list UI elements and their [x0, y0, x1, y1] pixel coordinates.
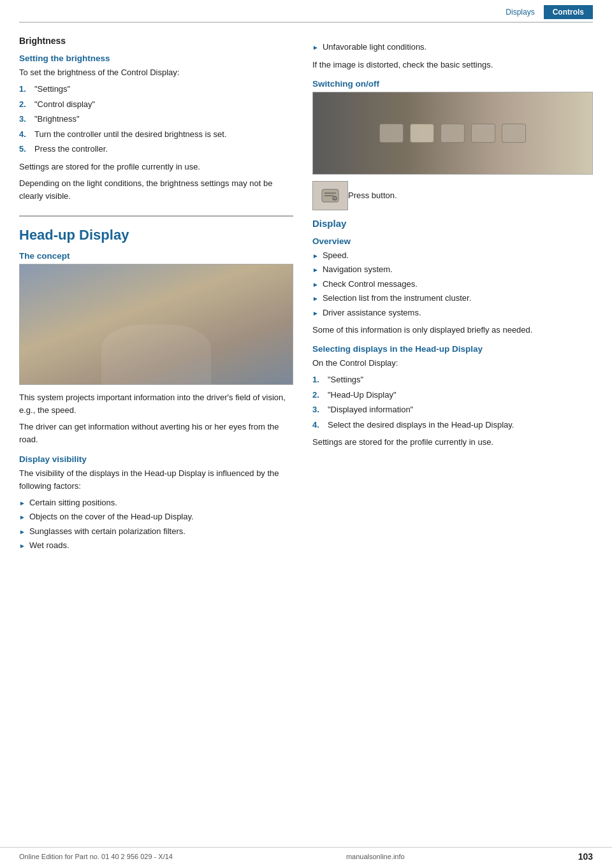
dashboard-image-inner — [313, 92, 592, 174]
brightness-step-2: 2. "Control display" — [19, 98, 293, 111]
dash-btn-4 — [471, 124, 495, 143]
concept-subtitle: The concept — [19, 251, 293, 261]
selecting-step-4: 4. Select the desired displays in the He… — [312, 419, 593, 431]
setting-brightness-intro: To set the brightness of the Control Dis… — [19, 66, 293, 79]
dash-btn-1 — [379, 124, 404, 143]
visibility-factor-text-3: Sunglasses with certain polarization fil… — [29, 525, 186, 538]
step-num-4: 4. — [19, 128, 31, 141]
sel-step-text-1: "Settings" — [328, 373, 593, 386]
visibility-factor-4: ► Wet roads. — [19, 539, 293, 552]
overview-note: Some of this information is only display… — [312, 324, 593, 336]
dash-btn-2 — [410, 124, 434, 143]
visibility-factor-1: ► Certain sitting positions. — [19, 496, 293, 509]
right-column: ► Unfavorable light conditions. If the i… — [312, 36, 593, 557]
hud-car-image — [19, 264, 293, 385]
sel-step-text-3: "Displayed information" — [328, 403, 593, 416]
sel-step-text-2: "Head-Up Display" — [328, 389, 593, 401]
setting-brightness-subtitle: Setting the brightness — [19, 54, 293, 63]
step-text-5: Press the controller. — [34, 143, 293, 156]
step-num-1: 1. — [19, 83, 31, 96]
concept-p1: This system projects important informati… — [19, 391, 293, 417]
hud-image-inner — [20, 264, 293, 384]
overview-list: ► Speed. ► Navigation system. ► Check Co… — [312, 249, 593, 319]
dash-btn-3 — [441, 124, 465, 143]
triangle-icon-4: ► — [19, 541, 26, 551]
overview-item-4: ► Selection list from the instrument clu… — [312, 292, 593, 305]
overview-text-3: Check Control messages. — [323, 278, 418, 291]
step-text-3: "Brightness" — [34, 113, 293, 126]
press-button-row: Press button. — [312, 181, 593, 210]
sel-step-num-2: 2. — [312, 389, 324, 401]
brightness-note: Depending on the light conditions, the b… — [19, 177, 293, 203]
sel-step-num-4: 4. — [312, 419, 324, 431]
headup-title: Head-up Display — [19, 215, 293, 243]
brightness-steps: 1. "Settings" 2. "Control display" 3. "B… — [19, 83, 293, 156]
visibility-factor-text-1: Certain sitting positions. — [29, 496, 117, 509]
display-visibility-subtitle: Display visibility — [19, 454, 293, 464]
overview-item-3: ► Check Control messages. — [312, 278, 593, 291]
brightness-step-4: 4. Turn the controller until the desired… — [19, 128, 293, 141]
sel-step-text-4: Select the desired displays in the Head-… — [328, 419, 593, 431]
sel-step-num-3: 3. — [312, 403, 324, 416]
unfavorable-item: ► Unfavorable light conditions. — [312, 41, 593, 54]
dashboard-image — [312, 92, 593, 175]
visibility-factors-list: ► Certain sitting positions. ► Objects o… — [19, 496, 293, 552]
brightness-step-1: 1. "Settings" — [19, 83, 293, 96]
step-num-3: 3. — [19, 113, 31, 126]
tab-controls[interactable]: Controls — [544, 5, 593, 19]
triangle-icon-1: ► — [19, 498, 26, 508]
dash-btn-5 — [502, 124, 526, 143]
settings-stored-note: Settings are stored for the profile curr… — [19, 161, 293, 173]
overview-text-5: Driver assistance systems. — [323, 307, 421, 319]
triangle-icon-ov4: ► — [312, 294, 319, 303]
triangle-icon-3: ► — [19, 527, 26, 537]
display-subtitle: Display — [312, 218, 593, 229]
selecting-step-3: 3. "Displayed information" — [312, 403, 593, 416]
triangle-icon-ov5: ► — [312, 308, 319, 318]
overview-item-1: ► Speed. — [312, 249, 593, 262]
visibility-factor-2: ► Objects on the cover of the Head-up Di… — [19, 510, 293, 523]
sel-step-num-1: 1. — [312, 373, 324, 386]
press-button-label: Press button. — [348, 191, 397, 200]
selecting-note: Settings are stored for the profile curr… — [312, 436, 593, 449]
switching-onoff-subtitle: Switching on/off — [312, 79, 593, 89]
overview-subtitle: Overview — [312, 236, 593, 246]
overview-text-4: Selection list from the instrument clust… — [323, 292, 471, 305]
footer-page-number: 103 — [578, 851, 593, 862]
brightness-step-3: 3. "Brightness" — [19, 113, 293, 126]
left-column: Brightness Setting the brightness To set… — [19, 36, 293, 557]
unfavorable-text: Unfavorable light conditions. — [323, 41, 426, 54]
triangle-icon-ov1: ► — [312, 251, 319, 261]
step-text-4: Turn the controller until the desired br… — [34, 128, 293, 141]
brightness-step-5: 5. Press the controller. — [19, 143, 293, 156]
header-tabs: Displays Controls — [497, 5, 593, 19]
triangle-icon-ov3: ► — [312, 280, 319, 289]
selecting-step-2: 2. "Head-Up Display" — [312, 389, 593, 401]
selecting-displays-intro: On the Control Display: — [312, 357, 593, 370]
brightness-title: Brightness — [19, 36, 293, 46]
display-visibility-intro: The visibility of the displays in the He… — [19, 467, 293, 493]
tab-displays[interactable]: Displays — [497, 5, 543, 19]
visibility-factor-text-2: Objects on the cover of the Head-up Disp… — [29, 510, 194, 523]
triangle-icon-2: ► — [19, 512, 26, 522]
visibility-factor-text-4: Wet roads. — [29, 539, 69, 552]
distorted-note: If the image is distorted, check the bas… — [312, 59, 593, 71]
overview-item-5: ► Driver assistance systems. — [312, 307, 593, 319]
overview-text-1: Speed. — [323, 249, 349, 262]
selecting-steps: 1. "Settings" 2. "Head-Up Display" 3. "D… — [312, 373, 593, 431]
overview-text-2: Navigation system. — [323, 263, 393, 276]
selecting-step-1: 1. "Settings" — [312, 373, 593, 386]
step-num-5: 5. — [19, 143, 31, 156]
visibility-factor-3: ► Sunglasses with certain polarization f… — [19, 525, 293, 538]
triangle-icon-ov2: ► — [312, 265, 319, 275]
main-content: Brightness Setting the brightness To set… — [0, 23, 612, 582]
triangle-icon-unfavorable: ► — [312, 43, 319, 52]
unfavorable-list: ► Unfavorable light conditions. — [312, 41, 593, 54]
concept-p2: The driver can get information without a… — [19, 421, 293, 446]
footer-online-edition: Online Edition for Part no. 01 40 2 956 … — [19, 853, 173, 860]
step-text-1: "Settings" — [34, 83, 293, 96]
page-header: Displays Controls — [19, 0, 593, 23]
overview-item-2: ► Navigation system. — [312, 263, 593, 276]
press-button-icon — [312, 181, 348, 210]
selecting-displays-subtitle: Selecting displays in the Head-up Displa… — [312, 344, 593, 354]
